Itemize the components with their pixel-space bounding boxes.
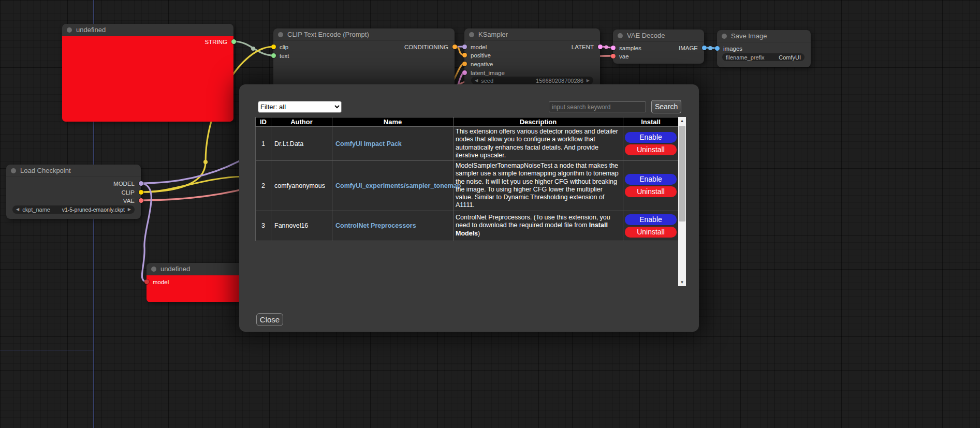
extension-link[interactable]: ControlNet Preprocessors <box>335 222 416 229</box>
close-button[interactable]: Close <box>256 313 283 326</box>
input-slot-images[interactable]: images <box>717 44 811 53</box>
table-row: 2comfyanonymousComfyUI_experiments/sampl… <box>256 161 679 211</box>
input-dot-model[interactable] <box>144 279 149 284</box>
uninstall-button[interactable]: Uninstall <box>625 227 677 238</box>
input-slot-negative[interactable]: negative <box>464 60 600 68</box>
input-slot-vae[interactable]: vae <box>613 52 704 61</box>
comfyui-canvas[interactable]: undefined STRING CLIP Text Encode (Promp… <box>0 0 980 428</box>
description-text: This extension offers various detector n… <box>456 128 618 159</box>
output-dot-string[interactable] <box>231 39 236 44</box>
next-icon[interactable]: ▶ <box>128 208 131 212</box>
enable-button[interactable]: Enable <box>625 132 677 143</box>
collapse-dot-icon[interactable] <box>618 33 623 38</box>
node-title: Load Checkpoint <box>20 167 71 174</box>
row-id: 1 <box>256 127 271 161</box>
extension-link[interactable]: ComfyUI_experiments/sampler_tonemap <box>335 182 461 189</box>
table-scrollbar[interactable]: ▲ ▼ <box>678 117 686 286</box>
input-slot-text[interactable]: text <box>273 51 455 60</box>
output-dot-model[interactable] <box>139 181 143 186</box>
node-title: Save Image <box>731 32 767 40</box>
output-slot-clip[interactable]: CLIP <box>6 188 141 197</box>
collapse-dot-icon[interactable] <box>11 168 16 173</box>
scroll-up-button[interactable]: ▲ <box>678 117 686 125</box>
slot-label: text <box>280 53 289 59</box>
input-slot-positive[interactable]: positive <box>464 51 600 60</box>
output-slot-conditioning[interactable]: CONDITIONING <box>273 42 455 51</box>
node-header[interactable]: Save Image <box>717 30 811 42</box>
input-dot-vae[interactable] <box>611 54 616 58</box>
output-slot-model[interactable]: MODEL <box>6 179 141 188</box>
widget-value: v1-5-pruned-emaonly.ckpt <box>62 206 125 213</box>
description-text: ) <box>478 230 480 237</box>
seed-widget[interactable]: ◀ seed 156680208700286 ▶ <box>471 77 593 84</box>
output-dot-vae[interactable] <box>139 198 143 203</box>
row-id: 2 <box>256 161 271 211</box>
row-name-cell: ComfyUI Impact Pack <box>332 127 454 161</box>
search-input[interactable] <box>549 101 646 112</box>
output-slot-image[interactable]: IMAGE <box>613 43 704 52</box>
enable-button[interactable]: Enable <box>625 214 677 225</box>
input-dot-text[interactable] <box>271 53 276 58</box>
uninstall-button[interactable]: Uninstall <box>625 186 677 197</box>
node-header[interactable]: VAE Decode <box>613 29 704 42</box>
row-install-cell: EnableUninstall <box>623 161 679 211</box>
table-row: 3Fannovel16ControlNet PreprocessorsContr… <box>256 211 679 241</box>
decrement-icon[interactable]: ◀ <box>475 79 478 83</box>
canvas-axis-horizontal <box>0 350 94 350</box>
scroll-up-icon: ▲ <box>680 119 684 123</box>
filter-select[interactable]: Filter: all <box>258 101 342 113</box>
uninstall-button[interactable]: Uninstall <box>625 144 677 155</box>
scrollbar-track[interactable] <box>678 125 686 278</box>
filename-prefix-widget[interactable]: filename_prefix ComfyUI <box>722 53 805 61</box>
collapse-dot-icon[interactable] <box>151 267 156 272</box>
header-author: Author <box>271 117 332 127</box>
node-header[interactable]: KSampler <box>464 28 600 41</box>
slot-label: model <box>153 279 169 285</box>
description-text: ControlNet Preprocessors. (To use this e… <box>456 214 610 229</box>
node-load-checkpoint[interactable]: Load Checkpoint MODEL CLIP VAE ◀ ckpt_na… <box>6 165 141 219</box>
widget-label: filename_prefix <box>726 54 765 61</box>
collapse-dot-icon[interactable] <box>278 32 283 37</box>
output-slot-string[interactable]: STRING <box>62 37 233 46</box>
node-save-image[interactable]: Save Image images filename_prefix ComfyU… <box>717 30 811 67</box>
row-author: Dr.Lt.Data <box>271 127 332 161</box>
collapse-dot-icon[interactable] <box>67 27 72 33</box>
collapse-dot-icon[interactable] <box>469 32 474 37</box>
output-slot-vae[interactable]: VAE <box>6 196 141 205</box>
collapse-dot-icon[interactable] <box>722 34 727 39</box>
manager-dialog: Filter: all Search ID Author Name Descri… <box>239 84 699 332</box>
scrollbar-thumb[interactable] <box>679 126 685 222</box>
increment-icon[interactable]: ▶ <box>587 79 590 83</box>
output-dot-clip[interactable] <box>139 190 143 195</box>
output-dot-latent[interactable] <box>598 45 603 49</box>
node-undefined-top[interactable]: undefined STRING <box>62 24 233 122</box>
ckpt-name-widget[interactable]: ◀ ckpt_name v1-5-pruned-emaonly.ckpt ▶ <box>12 205 135 214</box>
wire-string-to-text <box>233 41 273 55</box>
node-header[interactable]: CLIP Text Encode (Prompt) <box>273 28 455 41</box>
header-install: Install <box>623 117 679 127</box>
slot-label: latent_image <box>471 70 505 76</box>
input-dot-negative[interactable] <box>462 62 467 66</box>
node-header[interactable]: undefined <box>62 24 233 36</box>
output-slot-latent[interactable]: LATENT <box>464 42 600 51</box>
widget-label: ckpt_name <box>22 206 50 213</box>
input-dot-latent-image[interactable] <box>462 70 467 75</box>
row-author: Fannovel16 <box>271 211 332 241</box>
extension-link[interactable]: ComfyUI Impact Pack <box>335 140 402 147</box>
search-button[interactable]: Search <box>651 100 681 113</box>
input-dot-images[interactable] <box>715 46 720 51</box>
slot-label: IMAGE <box>679 45 698 51</box>
slot-label: vae <box>619 53 629 60</box>
row-name-cell: ControlNet Preprocessors <box>332 211 454 241</box>
node-header[interactable]: Load Checkpoint <box>6 165 141 177</box>
row-id: 3 <box>256 211 271 241</box>
input-slot-latent-image[interactable]: latent_image <box>464 68 600 77</box>
node-vae-decode[interactable]: VAE Decode samples vae IMAGE <box>613 29 704 64</box>
scroll-down-button[interactable]: ▼ <box>678 278 686 286</box>
output-dot-image[interactable] <box>702 46 707 50</box>
slot-label: STRING <box>205 39 227 45</box>
output-dot-conditioning[interactable] <box>452 45 457 49</box>
input-dot-positive[interactable] <box>462 53 467 57</box>
previous-icon[interactable]: ◀ <box>16 208 19 212</box>
enable-button[interactable]: Enable <box>625 174 677 185</box>
